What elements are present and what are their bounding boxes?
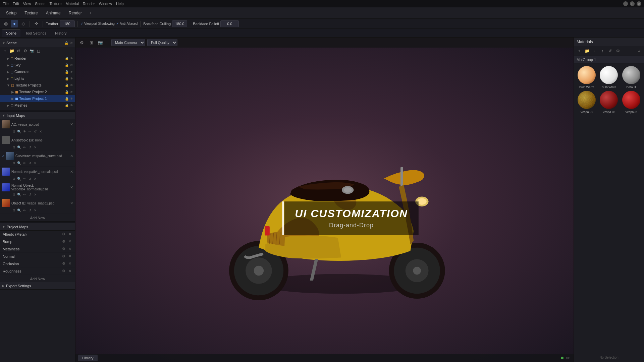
objid-refresh[interactable]: ↺ (28, 208, 32, 213)
select-tool[interactable]: ◎ (2, 20, 9, 27)
mat-settings[interactable]: ⚙ (614, 48, 621, 54)
menu-view[interactable]: View (23, 2, 31, 6)
normalobj-settings[interactable]: ⚙ (11, 192, 16, 197)
normal-settings[interactable]: ⚙ (11, 176, 16, 181)
proj-map-metalness[interactable]: Metalness ⚙ ✕ (0, 245, 75, 253)
curvature-settings[interactable]: ⚙ (11, 161, 16, 165)
metalness-settings[interactable]: ⚙ (61, 246, 66, 252)
normalobj-edit[interactable]: ✏ (22, 192, 27, 197)
minimize-button[interactable]: ─ (623, 1, 628, 6)
tree-item-sky[interactable]: ▶ ◻ Sky 🔒 👁 (0, 62, 75, 68)
quality-dropdown[interactable]: Full Quality (147, 39, 177, 46)
metalness-remove[interactable]: ✕ (67, 246, 72, 252)
menu-edit[interactable]: Edit (13, 2, 19, 6)
paint-tool[interactable]: ● (11, 20, 18, 27)
tree-folder[interactable]: 📁 (9, 48, 15, 54)
render-button[interactable]: Render (65, 9, 85, 17)
tree-add[interactable]: + (2, 48, 8, 54)
backface-falloff-input[interactable] (220, 20, 239, 27)
roughness-remove[interactable]: ✕ (67, 268, 72, 274)
normalobj-search[interactable]: 🔍 (17, 192, 21, 197)
aniso-search[interactable]: 🔍 (17, 145, 21, 149)
curvature-refresh[interactable]: ↺ (28, 161, 32, 165)
ao-settings[interactable]: ⚙ (11, 129, 16, 134)
ao-edit[interactable]: ✏ (28, 129, 32, 134)
proj-normal-remove[interactable]: ✕ (67, 254, 72, 259)
mat-vespa03[interactable]: Vespa 03 (599, 91, 619, 114)
aniso-refresh[interactable]: ↺ (28, 145, 32, 149)
animate-button[interactable]: Animate (43, 9, 64, 17)
mat-bulb-white[interactable]: Bulb White (599, 66, 619, 89)
camera-dropdown[interactable]: Main Camera (111, 39, 145, 46)
tree-item-render[interactable]: ▶ ◻ Render 🔒 👁 (0, 55, 75, 62)
proj-map-normal[interactable]: Normal ⚙ ✕ (0, 253, 75, 260)
menu-texture[interactable]: Texture (50, 2, 62, 6)
vp-settings[interactable]: ⚙ (78, 39, 86, 46)
tree-refresh[interactable]: ↺ (15, 48, 21, 54)
move-tool[interactable]: ✛ (33, 20, 40, 27)
close-button[interactable]: ✕ (637, 1, 641, 6)
mat-vespa01[interactable]: Vespa 01 (577, 91, 597, 114)
proj-map-occlusion[interactable]: Occlusion ⚙ ✕ (0, 260, 75, 267)
menu-help[interactable]: Help (116, 2, 124, 6)
normalobj-close[interactable]: ✕ (70, 185, 73, 190)
library-tab[interactable]: Library (78, 355, 98, 361)
mat-default[interactable]: Default (621, 66, 641, 89)
proj-map-bump[interactable]: Bump ⚙ ✕ (0, 238, 75, 245)
menu-window[interactable]: Window (99, 2, 112, 6)
objid-remove[interactable]: ✕ (33, 208, 38, 213)
ao-remove[interactable]: ✕ (38, 129, 43, 134)
bump-remove[interactable]: ✕ (67, 239, 72, 244)
input-maps-add-new[interactable]: Add New (0, 214, 75, 221)
normal-search[interactable]: 🔍 (17, 176, 21, 181)
backface-culling-input[interactable] (172, 20, 187, 27)
mat-vespa02[interactable]: Vespa02 (621, 91, 641, 114)
tree-item-lights[interactable]: ▶ ◻ Lights 🔒 👁 (0, 75, 75, 82)
texture-button[interactable]: Texture (21, 9, 41, 17)
aniso-close[interactable]: ✕ (70, 138, 73, 142)
tree-item-tp2[interactable]: ▶ ◼ Texture Project 2 🔒 👁 (0, 88, 75, 95)
ao-search[interactable]: 🔍 (17, 129, 21, 134)
aniso-settings[interactable]: ⚙ (11, 145, 16, 149)
menu-render[interactable]: Render (83, 2, 95, 6)
albedo-remove[interactable]: ✕ (67, 232, 72, 237)
ao-close[interactable]: ✕ (70, 122, 73, 127)
objid-search[interactable]: 🔍 (17, 208, 21, 213)
maximize-button[interactable]: □ (630, 1, 635, 6)
tree-item-meshes[interactable]: ▶ ◻ Meshes 🔒 👁 (0, 102, 75, 109)
normal-edit[interactable]: ✏ (22, 176, 27, 181)
viewport-edit-icon[interactable]: ✏ (566, 355, 570, 361)
vp-camera-toggle[interactable]: 📷 (97, 39, 104, 46)
normalobj-remove[interactable]: ✕ (33, 192, 38, 197)
normal-remove[interactable]: ✕ (33, 176, 38, 181)
tab-tool-settings[interactable]: Tool Settings (21, 29, 50, 37)
tree-item-texture-projects[interactable]: ▼ ◻ Texture Projects 🔒 👁 (0, 82, 75, 88)
curvature-search[interactable]: 🔍 (17, 161, 21, 165)
proj-normal-settings[interactable]: ⚙ (61, 254, 66, 259)
anti-aliased-check[interactable]: ✓ Anti-Aliased (116, 22, 138, 25)
feather-input[interactable] (60, 20, 75, 27)
eraser-tool[interactable]: ◇ (19, 20, 27, 27)
proj-map-albedo[interactable]: Albedo (Metal) ⚙ ✕ (0, 231, 75, 238)
mat-add[interactable]: + (576, 48, 583, 54)
viewport-shading-check[interactable]: ✓ Viewport Shadowing (80, 22, 115, 25)
ao-eye[interactable]: 👁 (22, 129, 27, 134)
input-maps-header[interactable]: ▼ Input Maps (0, 112, 75, 119)
menu-scene[interactable]: Scene (35, 2, 45, 6)
objid-close[interactable]: ✕ (70, 201, 73, 205)
tab-scene[interactable]: Scene (2, 29, 20, 37)
tab-history[interactable]: History (51, 29, 70, 37)
tree-item-tp1[interactable]: ▶ ◼ Texture Project 1 🔒 👁 (0, 95, 75, 102)
setup-button[interactable]: Setup (3, 9, 20, 17)
objid-settings[interactable]: ⚙ (11, 208, 16, 213)
scene-header[interactable]: ▼ Scene 🔒 👁 (0, 39, 75, 47)
normal-close[interactable]: ✕ (70, 170, 73, 174)
tree-item-cameras[interactable]: ▶ ◻ Cameras 🔒 👁 (0, 68, 75, 75)
add-workspace-button[interactable]: + (87, 9, 94, 17)
albedo-settings[interactable]: ⚙ (61, 232, 66, 237)
export-settings-header[interactable]: ▶ Export Settings (0, 282, 75, 290)
normalobj-refresh[interactable]: ↺ (28, 192, 32, 197)
aniso-edit[interactable]: ✏ (22, 145, 27, 149)
mat-import[interactable]: ↓ (591, 48, 598, 54)
mat-refresh[interactable]: ↺ (607, 48, 613, 54)
